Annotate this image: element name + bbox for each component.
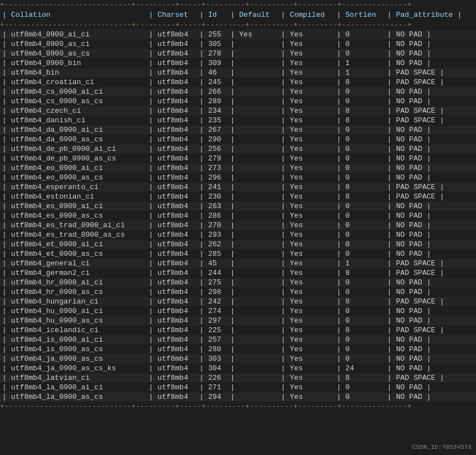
header-pad_attribute: | Pad_attribute | bbox=[385, 10, 476, 20]
cell-default: | bbox=[228, 77, 278, 87]
cell-charset: | utf8mb4 bbox=[147, 259, 197, 268]
cell-pad_attribute: | NO PAD | bbox=[385, 383, 476, 392]
cell-compiled: | Yes bbox=[279, 58, 335, 68]
cell-sortlen: | 0 bbox=[335, 240, 385, 249]
cell-id: | 298 bbox=[197, 287, 228, 297]
table-row: | utf8mb4_0900_as_ci | utf8mb4 | 305 | |… bbox=[0, 39, 476, 49]
cell-compiled: | Yes bbox=[279, 106, 335, 116]
cell-pad_attribute: | NO PAD | bbox=[385, 96, 476, 106]
cell-default: | bbox=[228, 240, 278, 249]
cell-charset: | utf8mb4 bbox=[147, 373, 197, 383]
cell-compiled: | Yes bbox=[279, 201, 335, 211]
cell-compiled: | Yes bbox=[279, 192, 335, 201]
cell-sortlen: | 24 bbox=[335, 364, 385, 373]
cell-sortlen: | 1 bbox=[335, 68, 385, 77]
cell-default: | bbox=[228, 278, 278, 287]
cell-collation: | utf8mb4_is_0900_ai_ci bbox=[0, 335, 147, 344]
cell-id: | 285 bbox=[197, 249, 228, 259]
cell-id: | 286 bbox=[197, 211, 228, 220]
cell-collation: | utf8mb4_cs_0900_ai_ci bbox=[0, 87, 147, 96]
cell-default: | bbox=[228, 306, 278, 316]
cell-collation: | utf8mb4_czech_ci bbox=[0, 106, 147, 116]
cell-charset: | utf8mb4 bbox=[147, 383, 197, 392]
cell-compiled: | Yes bbox=[279, 77, 335, 87]
cell-pad_attribute: | PAD SPACE | bbox=[385, 77, 476, 87]
cell-pad_attribute: | NO PAD | bbox=[385, 220, 476, 230]
cell-pad_attribute: | NO PAD | bbox=[385, 58, 476, 68]
header-id: | Id bbox=[197, 10, 228, 20]
cell-collation: | utf8mb4_hungarian_ci bbox=[0, 297, 147, 306]
cell-default: | bbox=[228, 68, 278, 77]
cell-id: | 241 bbox=[197, 182, 228, 192]
table-row: | utf8mb4_es_trad_0900_as_cs | utf8mb4 |… bbox=[0, 230, 476, 240]
cell-sortlen: | 0 bbox=[335, 154, 385, 163]
cell-sortlen: | 8 bbox=[335, 325, 385, 335]
cell-id: | 245 bbox=[197, 77, 228, 87]
cell-id: | 293 bbox=[197, 230, 228, 240]
cell-default: | bbox=[228, 211, 278, 220]
cell-collation: | utf8mb4_es_0900_ai_ci bbox=[0, 201, 147, 211]
cell-sortlen: | 0 bbox=[335, 335, 385, 344]
cell-default: | bbox=[228, 87, 278, 96]
cell-compiled: | Yes bbox=[279, 220, 335, 230]
cell-pad_attribute: | NO PAD | bbox=[385, 316, 476, 325]
cell-sortlen: | 0 bbox=[335, 392, 385, 402]
cell-collation: | utf8mb4_la_0900_as_cs bbox=[0, 392, 147, 402]
header-collation: | Collation bbox=[0, 10, 147, 20]
cell-collation: | utf8mb4_0900_as_ci bbox=[0, 39, 147, 49]
cell-collation: | utf8mb4_esperanto_ci bbox=[0, 182, 147, 192]
cell-pad_attribute: | NO PAD | bbox=[385, 306, 476, 316]
cell-default: | Yes bbox=[228, 30, 278, 39]
cell-id: | 263 bbox=[197, 201, 228, 211]
table-row: | utf8mb4_bin | utf8mb4 | 46 | | Yes | 1… bbox=[0, 68, 476, 77]
table-row: | utf8mb4_hu_0900_ai_ci | utf8mb4 | 274 … bbox=[0, 306, 476, 316]
cell-sortlen: | 8 bbox=[335, 297, 385, 306]
cell-charset: | utf8mb4 bbox=[147, 144, 197, 154]
cell-pad_attribute: | NO PAD | bbox=[385, 173, 476, 182]
cell-collation: | utf8mb4_estonian_ci bbox=[0, 192, 147, 201]
table-row: | utf8mb4_hungarian_ci | utf8mb4 | 242 |… bbox=[0, 297, 476, 306]
cell-id: | 234 bbox=[197, 106, 228, 116]
cell-default: | bbox=[228, 392, 278, 402]
cell-id: | 289 bbox=[197, 96, 228, 106]
cell-charset: | utf8mb4 bbox=[147, 335, 197, 344]
cell-default: | bbox=[228, 201, 278, 211]
table-row: | utf8mb4_hr_0900_as_cs | utf8mb4 | 298 … bbox=[0, 287, 476, 297]
cell-sortlen: | 0 bbox=[335, 354, 385, 364]
cell-collation: | utf8mb4_es_0900_as_cs bbox=[0, 211, 147, 220]
cell-charset: | utf8mb4 bbox=[147, 230, 197, 240]
cell-charset: | utf8mb4 bbox=[147, 211, 197, 220]
cell-collation: | utf8mb4_la_0900_ai_ci bbox=[0, 383, 147, 392]
cell-charset: | utf8mb4 bbox=[147, 344, 197, 354]
cell-charset: | utf8mb4 bbox=[147, 297, 197, 306]
cell-sortlen: | 0 bbox=[335, 383, 385, 392]
cell-compiled: | Yes bbox=[279, 154, 335, 163]
cell-pad_attribute: | NO PAD | bbox=[385, 154, 476, 163]
cell-id: | 45 bbox=[197, 259, 228, 268]
cell-default: | bbox=[228, 58, 278, 68]
cell-id: | 244 bbox=[197, 268, 228, 278]
table-row: | utf8mb4_0900_bin | utf8mb4 | 309 | | Y… bbox=[0, 58, 476, 68]
cell-compiled: | Yes bbox=[279, 39, 335, 49]
cell-compiled: | Yes bbox=[279, 297, 335, 306]
cell-default: | bbox=[228, 259, 278, 268]
cell-id: | 225 bbox=[197, 325, 228, 335]
cell-compiled: | Yes bbox=[279, 163, 335, 173]
cell-collation: | utf8mb4_ja_0900_as_cs_ks bbox=[0, 364, 147, 373]
cell-pad_attribute: | NO PAD | bbox=[385, 49, 476, 58]
cell-default: | bbox=[228, 125, 278, 135]
cell-charset: | utf8mb4 bbox=[147, 354, 197, 364]
cell-default: | bbox=[228, 316, 278, 325]
cell-collation: | utf8mb4_da_0900_ai_ci bbox=[0, 125, 147, 135]
cell-collation: | utf8mb4_croatian_ci bbox=[0, 77, 147, 87]
cell-id: | 226 bbox=[197, 373, 228, 383]
watermark: CSDN_ID:70534578 bbox=[412, 444, 472, 451]
table-row: | utf8mb4_de_pb_0900_as_cs | utf8mb4 | 2… bbox=[0, 154, 476, 163]
border-row: +-----------------------------+---------… bbox=[0, 20, 476, 30]
table-row: | utf8mb4_0900_as_cs | utf8mb4 | 278 | |… bbox=[0, 49, 476, 58]
cell-pad_attribute: | PAD SPACE | bbox=[385, 116, 476, 125]
cell-sortlen: | 0 bbox=[335, 249, 385, 259]
cell-id: | 297 bbox=[197, 316, 228, 325]
table-row: | utf8mb4_et_0900_as_cs | utf8mb4 | 285 … bbox=[0, 249, 476, 259]
cell-charset: | utf8mb4 bbox=[147, 30, 197, 39]
